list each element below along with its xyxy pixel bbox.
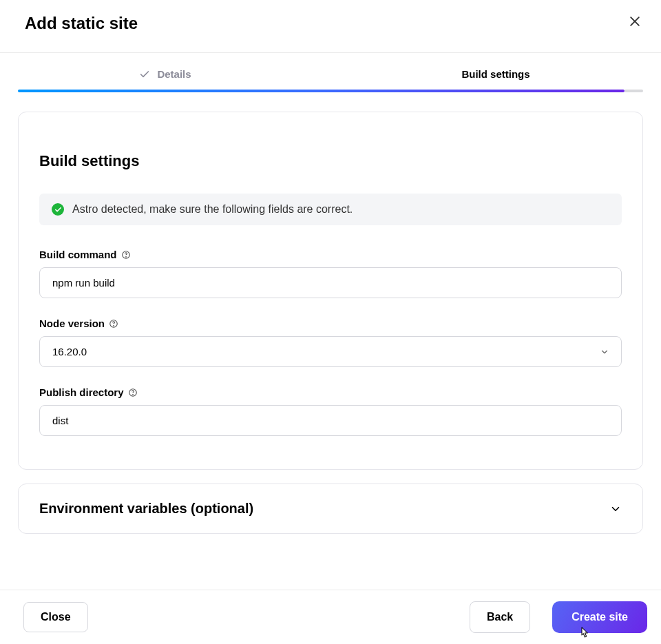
publish-directory-field: Publish directory bbox=[39, 386, 622, 436]
publish-directory-input[interactable] bbox=[39, 405, 622, 436]
build-settings-card: Build settings Astro detected, make sure… bbox=[18, 112, 643, 470]
tab-details[interactable]: Details bbox=[0, 59, 330, 90]
svg-point-7 bbox=[132, 394, 133, 395]
publish-directory-label: Publish directory bbox=[39, 386, 124, 398]
back-button[interactable]: Back bbox=[470, 601, 530, 633]
section-title: Build settings bbox=[39, 152, 622, 170]
wizard-tabs: Details Build settings bbox=[0, 59, 661, 90]
env-variables-title: Environment variables (optional) bbox=[39, 501, 253, 517]
env-variables-section[interactable]: Environment variables (optional) bbox=[18, 484, 643, 534]
create-site-button[interactable]: Create site bbox=[552, 601, 647, 633]
alert-text: Astro detected, make sure the following … bbox=[72, 203, 353, 216]
help-icon[interactable] bbox=[109, 319, 118, 329]
success-check-icon bbox=[52, 203, 64, 216]
progress-fill bbox=[18, 90, 625, 92]
node-version-label: Node version bbox=[39, 318, 105, 329]
node-version-select[interactable]: 16.20.0 bbox=[39, 336, 622, 367]
progress-remaining bbox=[625, 90, 643, 92]
page-title: Add static site bbox=[25, 14, 138, 33]
build-command-input[interactable] bbox=[39, 267, 622, 298]
build-command-label: Build command bbox=[39, 249, 117, 260]
node-version-field: Node version 16.20.0 bbox=[39, 318, 622, 367]
tab-build-settings-label: Build settings bbox=[461, 68, 529, 80]
help-icon[interactable] bbox=[128, 388, 138, 397]
progress-bar bbox=[18, 90, 643, 92]
detection-alert: Astro detected, make sure the following … bbox=[39, 194, 622, 225]
check-icon bbox=[139, 69, 150, 80]
footer-bar: Close Back Create site bbox=[0, 590, 661, 644]
close-icon[interactable] bbox=[628, 14, 642, 28]
build-command-field: Build command bbox=[39, 249, 622, 298]
svg-point-3 bbox=[125, 256, 126, 257]
chevron-down-icon bbox=[609, 503, 622, 515]
help-icon[interactable] bbox=[121, 250, 131, 260]
close-button[interactable]: Close bbox=[23, 602, 88, 632]
tab-details-label: Details bbox=[157, 68, 191, 80]
tab-build-settings[interactable]: Build settings bbox=[330, 59, 661, 90]
svg-point-5 bbox=[114, 325, 114, 326]
